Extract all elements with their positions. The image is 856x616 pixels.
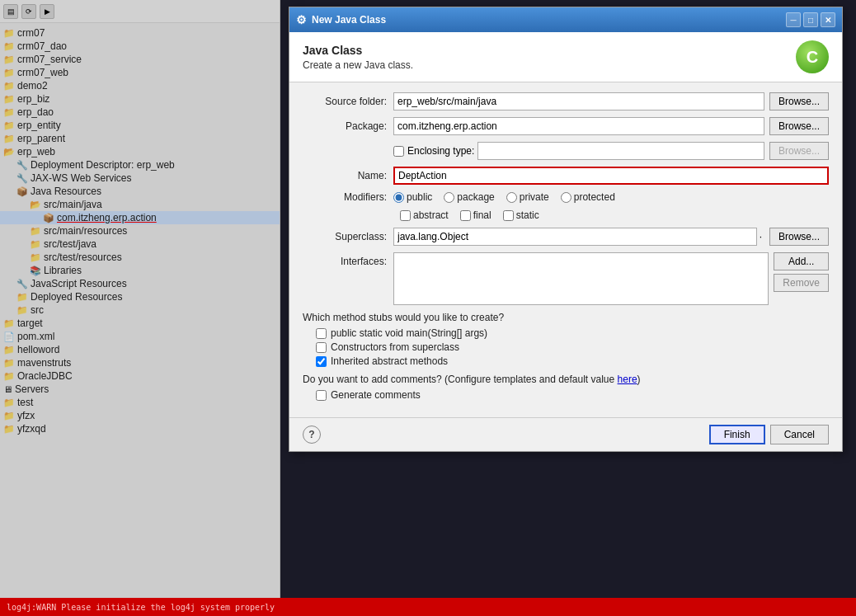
dialog-footer: ? Finish Cancel (289, 417, 842, 451)
superclass-input-wrap: · (393, 228, 764, 246)
modifier-package[interactable]: package (444, 191, 494, 203)
dialog-titlebar: ⚙ New Java Class ─ □ ✕ (289, 7, 842, 32)
interfaces-row: Interfaces: Add... Remove (303, 252, 829, 305)
stub-item-0: public static void main(String[] args) (316, 327, 829, 339)
modifier-private[interactable]: private (506, 191, 549, 203)
comments-items: Generate comments (303, 389, 829, 401)
modifier-checkboxes-row: abstract final static (400, 209, 829, 221)
dialog-header-subtitle: Create a new Java class. (303, 59, 413, 71)
name-input[interactable] (393, 167, 829, 185)
interfaces-box (393, 252, 769, 305)
superclass-input[interactable] (393, 228, 757, 246)
modifier-static[interactable]: static (503, 209, 539, 221)
superclass-row: Superclass: · Browse... (303, 228, 829, 246)
add-interface-button[interactable]: Add... (774, 252, 829, 270)
dialog-header-icon: C (796, 40, 829, 73)
modifier-final[interactable]: final (460, 209, 491, 221)
enclosing-type-label: Enclosing type: (407, 145, 474, 157)
modifiers-label: Modifiers: (303, 191, 393, 203)
stub-checkbox-0[interactable] (316, 328, 327, 339)
source-folder-row: Source folder: Browse... (303, 92, 829, 111)
source-folder-browse-button[interactable]: Browse... (769, 92, 829, 111)
maximize-button[interactable]: □ (803, 12, 818, 27)
new-java-class-dialog: ⚙ New Java Class ─ □ ✕ Java Class Create… (289, 7, 843, 452)
package-label: Package: (303, 120, 393, 132)
superclass-browse-button[interactable]: Browse... (769, 228, 829, 246)
name-row: Name: (303, 167, 829, 185)
comments-question: Do you want to add comments? (Configure … (303, 374, 829, 385)
stub-item-2: Inherited abstract methods (316, 355, 829, 367)
stub-checkbox-1[interactable] (316, 342, 327, 353)
close-button[interactable]: ✕ (821, 12, 835, 27)
bottom-bar: log4j:WARN Please initialize the log4j s… (0, 598, 856, 616)
remove-interface-button[interactable]: Remove (774, 274, 829, 292)
dialog-body: Source folder: Browse... Package: Browse… (289, 82, 842, 417)
interfaces-label: Interfaces: (303, 252, 393, 267)
finish-button[interactable]: Finish (709, 425, 765, 444)
bottom-bar-text: log4j:WARN Please initialize the log4j s… (7, 603, 275, 612)
stubs-section: Which method stubs would you like to cre… (303, 312, 829, 367)
modifiers-row: Modifiers: public package private protec… (303, 191, 829, 203)
comment-label-0: Generate comments (331, 389, 421, 401)
modifier-public[interactable]: public (393, 191, 432, 203)
cancel-button[interactable]: Cancel (770, 425, 829, 444)
modifier-protected[interactable]: protected (561, 191, 615, 203)
enclosing-type-browse-button[interactable]: Browse... (769, 142, 829, 160)
help-button[interactable]: ? (303, 426, 321, 444)
comment-item-0: Generate comments (316, 389, 829, 401)
dialog-header-text: Java Class Create a new Java class. (303, 44, 413, 71)
stub-label-0: public static void main(String[] args) (331, 327, 487, 339)
enclosing-type-checkbox[interactable] (393, 146, 404, 157)
enclosing-type-input[interactable] (477, 142, 764, 160)
stub-label-1: Constructors from superclass (331, 341, 459, 353)
dialog-title: New Java Class (312, 14, 783, 26)
stubs-items: public static void main(String[] args)Co… (303, 327, 829, 367)
comments-here-link[interactable]: here (618, 374, 637, 385)
superclass-label: Superclass: (303, 231, 393, 242)
stub-label-2: Inherited abstract methods (331, 355, 448, 367)
name-label: Name: (303, 170, 393, 181)
package-input[interactable] (393, 117, 764, 135)
comments-section: Do you want to add comments? (Configure … (303, 374, 829, 401)
modifiers-group: public package private protected (393, 191, 615, 203)
enclosing-type-row: Enclosing type: Browse... (303, 142, 829, 160)
source-folder-label: Source folder: (303, 96, 393, 107)
footer-buttons: Finish Cancel (709, 425, 829, 444)
stub-item-1: Constructors from superclass (316, 341, 829, 353)
package-row: Package: Browse... (303, 117, 829, 135)
stub-checkbox-2[interactable] (316, 356, 327, 367)
dialog-title-icon: ⚙ (296, 13, 307, 26)
package-browse-button[interactable]: Browse... (769, 117, 829, 135)
superclass-dot: · (757, 231, 764, 242)
dialog-header-title: Java Class (303, 44, 413, 57)
comment-checkbox-0[interactable] (316, 390, 327, 401)
minimize-button[interactable]: ─ (786, 12, 801, 27)
stubs-title: Which method stubs would you like to cre… (303, 312, 829, 323)
modifier-abstract[interactable]: abstract (400, 209, 449, 221)
source-folder-input[interactable] (393, 92, 764, 111)
dialog-header: Java Class Create a new Java class. C (289, 32, 842, 82)
interfaces-buttons: Add... Remove (774, 252, 829, 292)
